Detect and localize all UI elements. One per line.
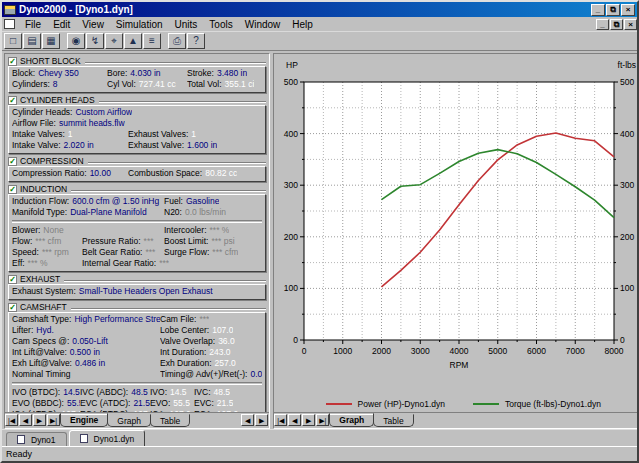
engine-panel-tabrow: |◀◀▶▶|EngineGraphTable◀▶ [5, 412, 269, 428]
minimize-button[interactable]: _ [591, 4, 605, 16]
menu-item-tools[interactable]: Tools [203, 18, 238, 31]
engine-tab-table[interactable]: Table [150, 414, 190, 427]
spec-cell: IVO (BTDC):14.5 [12, 387, 80, 398]
spec-cell: Exhaust Valve:1.600 in [128, 140, 217, 151]
section-short-block-header: ✓SHORT BLOCK [8, 56, 266, 66]
spec-row: Intake Valves:1Exhaust Valves:1 [12, 129, 262, 140]
spec-value: 14.5 [63, 387, 80, 397]
engine-tab-graph[interactable]: Graph [107, 414, 151, 427]
engine-tab-nav-1[interactable]: ◀ [19, 414, 32, 426]
menu-item-units[interactable]: Units [169, 18, 204, 31]
spec-cell: Eff:*** % [12, 258, 82, 269]
spec-row: Exh Lift@Valve:0.486 inExh Duration:257.… [12, 358, 262, 369]
spec-cell: EVC (ATDC):21.5 [80, 398, 150, 409]
engine-icon[interactable]: ▲ [124, 33, 142, 49]
dyno-run-icon[interactable]: ◉ [67, 33, 85, 49]
spec-value: 14.5 [170, 387, 187, 397]
tune-icon[interactable]: ⌖ [105, 33, 123, 49]
spec-cell: N20:0.0 lbs/min [164, 207, 226, 218]
spec-value: 10.00 [90, 168, 111, 178]
svg-text:200: 200 [620, 232, 634, 242]
spec-label: Blower: [12, 225, 40, 235]
new-document-icon[interactable]: □ [4, 33, 22, 49]
dyno-chart: 0010010020020030030040040050050001000200… [276, 56, 637, 380]
spec-label: Cylinders: [12, 79, 50, 89]
menu-item-file[interactable]: File [19, 18, 47, 31]
mdi-restore-button[interactable]: ⧉ [610, 19, 623, 30]
spec-value: *** [145, 247, 155, 257]
spec-label: Nominal Timing [12, 369, 71, 379]
spec-label: Cyl Vol: [107, 79, 136, 89]
menu-item-view[interactable]: View [76, 18, 110, 31]
spec-cell: Blower:None [12, 225, 164, 236]
svg-text:4000: 4000 [450, 346, 469, 356]
save-icon[interactable]: ▦ [42, 33, 60, 49]
menu-item-window[interactable]: Window [239, 18, 287, 31]
engine-tab-nav-2[interactable]: ▶ [33, 414, 46, 426]
graph-tab-nav-3[interactable]: ▶| [316, 414, 329, 426]
spec-value: 727.41 cc [139, 79, 176, 89]
spec-cell: IVC:48.5 [194, 387, 230, 398]
valve-lift-icon[interactable]: ≡ [143, 33, 161, 49]
svg-text:0: 0 [620, 335, 625, 345]
short-block-checkbox[interactable]: ✓ [8, 57, 17, 66]
engine-tab-nav-0[interactable]: |◀ [5, 414, 18, 426]
spec-cell: Cylinder Heads:Custom Airflow [12, 107, 132, 118]
menu-item-help[interactable]: Help [286, 18, 319, 31]
engine-tab-nav-3[interactable]: ▶| [47, 414, 60, 426]
spec-value: 80.82 cc [205, 168, 237, 178]
induction-checkbox[interactable]: ✓ [8, 185, 17, 194]
spec-row: Exhaust System:Small-Tube Headers Open E… [12, 286, 262, 297]
graph-tab-nav-2[interactable]: ▶ [302, 414, 315, 426]
engine-hscrollbar[interactable]: ◀▶ [241, 414, 269, 426]
spec-label: Intake Valve: [12, 140, 61, 150]
help-icon[interactable]: ? [187, 33, 205, 49]
section-exhaust: ✓EXHAUSTExhaust System:Small-Tube Header… [8, 274, 266, 300]
doc-tab-label: Dyno1.dyn [94, 434, 135, 444]
status-text: Ready [6, 449, 32, 459]
mdi-document-icon[interactable] [4, 19, 15, 29]
engine-tab-engine[interactable]: Engine [60, 413, 108, 427]
svg-text:6000: 6000 [527, 346, 546, 356]
spec-row: Compression Ratio:10.00Combustion Space:… [12, 168, 262, 179]
svg-text:5000: 5000 [489, 346, 508, 356]
mdi-minimize-button[interactable]: _ [596, 19, 609, 30]
spec-label: Combustion Space: [128, 168, 202, 178]
engine-scroll-right[interactable]: ▶ [255, 414, 268, 426]
spec-label: EVC (ATDC): [80, 398, 130, 408]
spec-cell: Induction Flow:600.0 cfm @ 1.50 inHg [12, 196, 164, 207]
svg-text:1000: 1000 [334, 346, 353, 356]
open-file-icon[interactable]: ▤ [23, 33, 41, 49]
mdi-close-button[interactable]: × [624, 19, 637, 30]
cylinder-heads-checkbox[interactable]: ✓ [8, 96, 17, 105]
camshaft-checkbox[interactable]: ✓ [8, 303, 17, 312]
engine-scroll-left[interactable]: ◀ [241, 414, 254, 426]
spec-cell: Cam File:*** [160, 314, 209, 325]
graph-tab-nav-0[interactable]: |◀ [274, 414, 287, 426]
menu-item-simulation[interactable]: Simulation [110, 18, 169, 31]
compression-checkbox[interactable]: ✓ [8, 157, 17, 166]
menu-item-edit[interactable]: Edit [47, 18, 76, 31]
section-title: CAMSHAFT [20, 302, 67, 312]
print-icon[interactable]: ⎙ [168, 33, 186, 49]
close-button[interactable]: × [621, 4, 635, 16]
exhaust-checkbox[interactable]: ✓ [8, 275, 17, 284]
engine-panel: ✓SHORT BLOCKBlock:Chevy 350Bore:4.030 in… [4, 53, 270, 429]
graph-tab-nav-1[interactable]: ◀ [288, 414, 301, 426]
graph-tab-table[interactable]: Table [373, 414, 413, 427]
doc-tab-label: Dyno1 [31, 435, 56, 445]
spec-label: IVO: [150, 387, 167, 397]
workspace: ✓SHORT BLOCKBlock:Chevy 350Bore:4.030 in… [2, 51, 637, 429]
section-induction-header: ✓INDUCTION [8, 184, 266, 194]
restore-button[interactable]: ⧉ [606, 4, 620, 16]
spec-value: *** psi [211, 236, 234, 246]
svg-text:0: 0 [294, 335, 299, 345]
status-bar: Ready [2, 446, 637, 461]
doc-tab-dyno1-dyn[interactable]: Dyno1.dyn [69, 430, 146, 446]
graph-tab-graph[interactable]: Graph [329, 413, 374, 427]
doc-tab-dyno1[interactable]: Dyno1 [6, 432, 67, 446]
spec-label: Cam File: [160, 314, 196, 324]
spec-value: 21.5 [133, 398, 150, 408]
spark-icon[interactable]: ↯ [86, 33, 104, 49]
spec-cell: Speed:*** rpm [12, 247, 82, 258]
